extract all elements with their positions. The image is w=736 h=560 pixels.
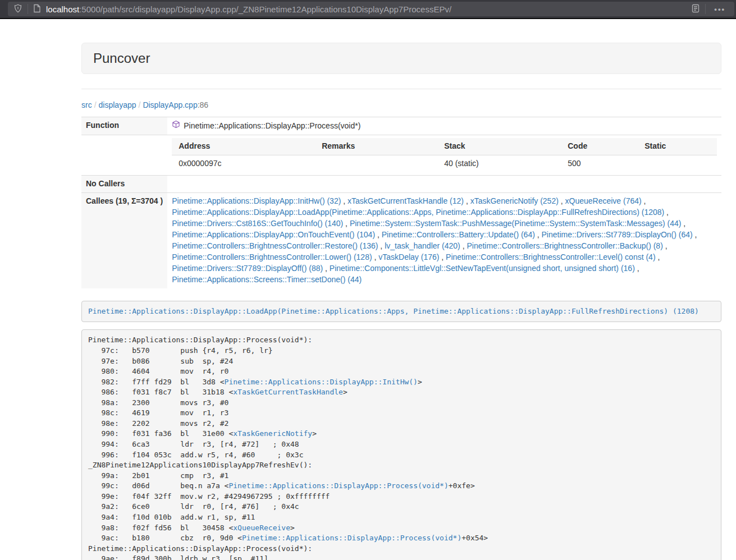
callee-link[interactable]: xTaskGenericNotify (252) [470,196,559,205]
callee-link[interactable]: Pinetime::Applications::DisplayApp::Load… [172,208,664,217]
callee-link[interactable]: lv_task_handler (420) [385,241,460,250]
asm-mnemonic: bl [180,387,198,398]
asm-opcode: f031 f8c7 [132,387,180,398]
url-text[interactable]: localhost:5000/path/src/displayapp/Displ… [46,4,691,14]
asm-function-label: Pinetime::Applications::DisplayApp::Proc… [88,544,312,553]
column-header-remarks: Remarks [315,138,437,155]
page-info-icon[interactable] [33,4,41,15]
callee-link[interactable]: Pinetime::Applications::Screens::Timer::… [172,275,362,284]
asm-symbol-link[interactable]: Pinetime::Applications::DisplayApp::Proc… [242,534,461,542]
asm-symbol-link[interactable]: xTaskGetCurrentTaskHandle [233,388,343,396]
asm-mnemonic: add.w [180,512,202,523]
details-header-row: AddressRemarksStackCodeStatic [172,138,717,155]
detail-value-static [638,155,717,172]
asm-line: 9ac:b180cbzr0, 9d0 <Pinetime::Applicatio… [88,533,715,544]
breadcrumb-separator: / [136,100,143,109]
shield-icon[interactable] [13,4,22,15]
callees-row: Callees (19, Σ=3704 ) Pinetime::Applicat… [81,192,721,288]
asm-address: 98c: [88,408,119,419]
asm-address: 9ae: [88,554,119,560]
asm-opcode: f031 fa36 [132,429,180,439]
callee-link[interactable]: Pinetime::Controllers::BrightnessControl… [172,241,378,250]
callee-link[interactable]: Pinetime::Applications::DisplayApp::OnTo… [172,230,375,239]
asm-mnemonic: add.w [180,450,202,461]
asm-mnemonic: mov [180,366,198,377]
asm-mnemonic: movs [180,398,198,408]
function-row: Function Pinetime::Applications::Display… [81,117,721,135]
url-path: :5000/path/src/displayapp/DisplayApp.cpp… [79,4,451,14]
loadapp-link[interactable]: Pinetime::Applications::DisplayApp::Load… [88,307,699,315]
asm-address: 980: [88,366,119,377]
callees-list: Pinetime::Applications::DisplayApp::Init… [167,192,721,288]
column-header-static: Static [638,138,717,155]
app-header: Puncover [81,43,721,74]
asm-opcode: f04f 32ff [132,492,180,502]
page-container: Puncover src/displayapp/DisplayApp.cpp:8… [81,19,721,560]
asm-opcode: b180 [132,533,180,544]
asm-line: Pinetime::Applications::DisplayApp::Proc… [88,335,715,346]
breadcrumb-link[interactable]: displayapp [99,100,136,109]
asm-line: 986:f031 f8c7bl31b18 <xTaskGetCurrentTas… [88,387,715,398]
asm-opcode: 2300 [132,398,180,408]
callee-link[interactable]: Pinetime::Applications::DisplayApp::Init… [172,196,341,205]
asm-opcode: 6ce0 [132,502,180,512]
column-header-code: Code [561,138,638,155]
url-host: localhost [46,4,79,14]
asm-mnemonic: sub [180,356,198,367]
asm-address: 9ac: [88,533,119,544]
breadcrumb-link[interactable]: src [81,100,92,109]
asm-line: Pinetime::Applications::DisplayApp::Proc… [88,544,715,554]
detail-value-address: 0x0000097c [172,155,315,172]
asm-opcode: f02f fd56 [132,523,180,534]
asm-symbol-link[interactable]: Pinetime::Applications::DisplayApp::Proc… [228,481,448,490]
asm-address: 9a4: [88,512,119,523]
asm-address: 99a: [88,471,119,481]
callee-link[interactable]: Pinetime::Controllers::BrightnessControl… [467,241,662,250]
asm-mnemonic: cmp [180,471,198,481]
asm-symbol-link[interactable]: Pinetime::Applications::DisplayApp::Init… [225,378,418,386]
asm-address: 996: [88,450,119,461]
callee-link[interactable]: Pinetime::Drivers::St7789::DisplayOn() (… [542,230,693,239]
asm-opcode: 4619 [132,408,180,419]
breadcrumb-line-number: :86 [198,100,208,109]
callee-link[interactable]: Pinetime::Controllers::BrightnessControl… [446,253,655,261]
column-header-stack: Stack [437,138,561,155]
asm-line: 98a:2300movsr3, #0 [88,398,715,408]
asm-address: 98a: [88,398,119,408]
callee-link[interactable]: Pinetime::Components::LittleVgl::SetNewT… [330,264,635,273]
asm-address: 98e: [88,419,119,429]
no-callers-row: No Callers [81,175,721,192]
breadcrumb-link[interactable]: DisplayApp.cpp [143,100,197,109]
callee-link[interactable]: Pinetime::Controllers::Battery::Update()… [382,230,535,239]
callee-link[interactable]: Pinetime::Controllers::BrightnessControl… [172,253,372,261]
more-options-icon[interactable]: ••• [711,5,729,13]
callee-link[interactable]: Pinetime::Drivers::St7789::DisplayOff() … [172,264,323,273]
asm-opcode: 2202 [132,419,180,429]
asm-opcode: f7ff fd29 [132,377,180,388]
asm-opcode: f10d 010b [132,512,180,523]
asm-opcode: 2b01 [132,471,180,481]
callee-link[interactable]: Pinetime::Drivers::Cst816S::GetTouchInfo… [172,219,343,228]
asm-symbol-link[interactable]: xTaskGenericNotify [233,429,312,438]
asm-line: 99a:2b01cmpr3, #1 [88,471,715,481]
page-title: Puncover [93,51,710,66]
callee-link[interactable]: xQueueReceive (764) [565,196,642,205]
asm-symbol-link[interactable]: xQueueReceive [233,524,290,532]
callee-link[interactable]: xTaskGetCurrentTaskHandle (12) [348,196,464,205]
url-bar[interactable]: localhost:5000/path/src/displayapp/Displ… [8,2,734,16]
asm-mnemonic: ldr [180,439,198,450]
asm-mnemonic: mov.w [180,492,202,502]
function-table: Function Pinetime::Applications::Display… [81,117,721,288]
column-header-address: Address [172,138,315,155]
asm-mnemonic: bl [180,429,198,439]
asm-line: 9a4:f10d 010badd.wr1, sp, #11 [88,512,715,523]
asm-mnemonic: ldr [180,502,198,512]
asm-address: 9a2: [88,502,119,512]
asm-opcode: 6ca3 [132,439,180,450]
divider [81,89,721,89]
asm-opcode: d06d [132,481,180,492]
reader-mode-icon[interactable] [691,4,700,15]
callee-link[interactable]: vTaskDelay (176) [378,253,439,261]
callee-link[interactable]: Pinetime::System::SystemTask::PushMessag… [350,219,682,228]
asm-address: 990: [88,429,119,439]
